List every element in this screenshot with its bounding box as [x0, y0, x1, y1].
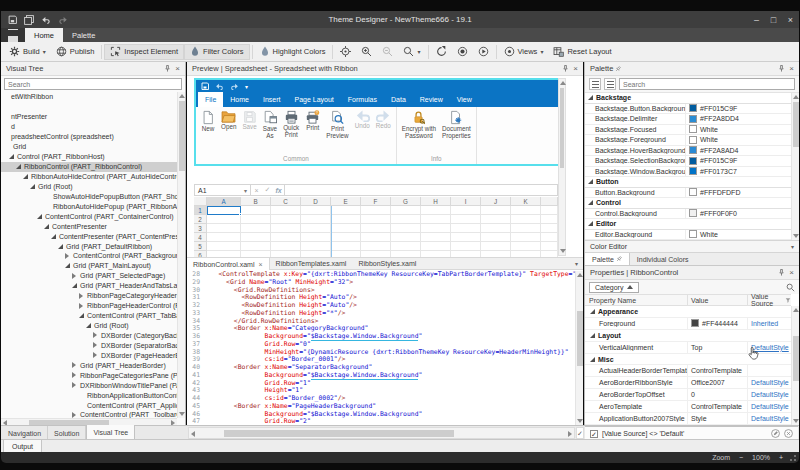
cell[interactable] — [541, 215, 558, 224]
property-group-layout[interactable]: Layout — [585, 330, 792, 342]
tree-item[interactable]: ContentPresenter — [1, 221, 177, 231]
insert-function-button[interactable]: fx — [273, 187, 284, 194]
tree-item[interactable]: RibbonAutoHidePopup (PART_RibbonAutoHide… — [1, 201, 177, 211]
property-row-aeroborderribbonstyle[interactable]: AeroBorderRibbonStyleOffice2007DefaultSt… — [585, 377, 792, 389]
expander-icon[interactable] — [590, 309, 595, 314]
cell[interactable] — [361, 242, 391, 251]
ribbon-button-save[interactable]: Save — [240, 109, 258, 132]
cell[interactable] — [207, 224, 241, 233]
cell[interactable] — [511, 242, 541, 251]
palette-group-button[interactable]: Button — [585, 177, 792, 188]
ribbon-button-open[interactable]: Open — [219, 109, 238, 132]
cell[interactable] — [391, 224, 421, 233]
editor-tab-ribbonstyles-xaml[interactable]: RibbonStyles.xaml — [352, 258, 422, 269]
column-value[interactable]: Value — [687, 295, 747, 305]
palette-color-value[interactable]: #FF015C9F — [685, 156, 792, 166]
palette-group-editor[interactable]: Editor — [585, 219, 792, 230]
tree-item[interactable]: RibbonApplicationButtonControl (PART — [1, 390, 177, 400]
redo-icon[interactable] — [230, 83, 239, 90]
cell[interactable] — [361, 206, 391, 215]
column-property-name[interactable]: Property Name — [585, 297, 687, 304]
cell[interactable] — [451, 215, 481, 224]
scrollbar-vertical[interactable] — [791, 306, 799, 425]
tree-item[interactable]: RibbonPageCategoriesPane (PART_Page — [1, 370, 177, 380]
cell[interactable] — [511, 224, 541, 233]
cell[interactable] — [391, 215, 421, 224]
cell[interactable] — [511, 215, 541, 224]
scrollbar-horizontal[interactable] — [1, 418, 177, 425]
column-header-h[interactable]: H — [421, 197, 451, 206]
spreadsheet-tab-home[interactable]: Home — [223, 92, 256, 107]
cell[interactable] — [421, 206, 451, 215]
spreadsheet-tab-file[interactable]: File — [198, 92, 223, 107]
expander-icon[interactable] — [44, 224, 49, 229]
pin-icon[interactable] — [778, 269, 785, 276]
property-row-foreground[interactable]: Foreground#FF444444Inherited — [585, 318, 792, 330]
tree-item[interactable]: ContentControl (PART_Background) — [1, 251, 177, 261]
expander-icon[interactable] — [590, 357, 595, 362]
cell[interactable] — [541, 206, 558, 215]
expander-icon[interactable] — [588, 221, 593, 226]
expander-icon[interactable] — [588, 179, 593, 184]
column-header-g[interactable]: G — [391, 197, 421, 206]
palette-color-value[interactable]: White — [685, 135, 792, 145]
category-dropdown-button[interactable]: Category — [589, 282, 639, 293]
value-source-link[interactable]: Inherited — [751, 320, 778, 327]
row-header-5[interactable]: 5 — [194, 242, 207, 251]
close-icon[interactable]: × — [175, 64, 180, 73]
zoom-in-button[interactable]: + — [777, 454, 785, 461]
cell[interactable] — [271, 215, 301, 224]
property-group-appearance[interactable]: Appearance — [585, 306, 792, 318]
formula-input[interactable] — [284, 185, 557, 195]
property-row-verticalalignment[interactable]: VerticalAlignmentTopDefaultStyle — [585, 342, 792, 354]
property-value[interactable]: 0 — [687, 389, 747, 400]
spreadsheet-tab-insert[interactable]: Insert — [256, 92, 288, 107]
ribbon-button-redo[interactable]: Redo — [374, 109, 393, 131]
value-source-link[interactable]: DefaultStyle — [751, 403, 789, 410]
search-input[interactable] — [4, 78, 182, 90]
cell[interactable] — [451, 206, 481, 215]
tree-item[interactable]: DXBorder (SeparatorBackground) — [1, 340, 177, 350]
expander-icon[interactable] — [72, 372, 76, 378]
editor-tab-ribbontemplates-xaml[interactable]: RibbonTemplates.xaml — [270, 258, 353, 269]
cell[interactable] — [541, 242, 558, 251]
tree-item[interactable]: Grid — [1, 142, 177, 152]
cell[interactable] — [331, 206, 361, 215]
ribbon-button-encrypt-with-password[interactable]: Encrypt withPassword — [400, 109, 438, 140]
enter-button[interactable]: ✓ — [262, 186, 273, 194]
property-row-applicationbutton2007style[interactable]: ApplicationButton2007StyleStyleDefaultSt… — [585, 413, 792, 425]
ribbon-button-quick-print[interactable]: QuickPrint — [281, 109, 301, 139]
cell[interactable] — [271, 206, 301, 215]
tree-item[interactable]: Control (PART_RibbonHost) — [1, 152, 177, 162]
ribbon-button-print-preview[interactable]: PrintPreview — [324, 109, 350, 140]
cell[interactable] — [481, 215, 511, 224]
expander-icon[interactable] — [93, 342, 97, 348]
spreadsheet-tab-view[interactable]: View — [450, 92, 479, 107]
tree-item[interactable]: RibbonPageHeaderControl (PART_Origi — [1, 301, 177, 311]
toolbar-highlight-colors[interactable]: Highlight Colors — [255, 44, 331, 60]
column-header-f[interactable]: F — [361, 197, 391, 206]
property-value[interactable]: Office2007 — [687, 377, 747, 388]
property-value[interactable]: Style — [687, 413, 747, 424]
property-value[interactable]: #FF444444 — [687, 318, 747, 329]
toolbar-refresh-icon[interactable] — [431, 44, 452, 60]
column-header-a[interactable]: A — [207, 197, 241, 206]
cell[interactable] — [481, 206, 511, 215]
tree-item[interactable]: ntPresenter — [1, 112, 177, 122]
tree-item[interactable]: RibbonAutoHideControl (PART_AutoHideCont… — [1, 172, 177, 182]
cell[interactable] — [207, 233, 241, 242]
spreadsheet-tab-data[interactable]: Data — [384, 92, 413, 107]
toolbar-magnifier-icon[interactable]: ▾ — [398, 44, 425, 60]
menu-tab-palette[interactable]: Palette — [63, 28, 104, 42]
tree-item[interactable]: Grid (PART_MainLayout) — [1, 261, 177, 271]
spreadsheet-tab-page-layout[interactable]: Page Layout — [287, 92, 340, 107]
cell[interactable] — [331, 233, 361, 242]
cell[interactable] — [241, 215, 271, 224]
row-header-1[interactable]: 1 — [194, 206, 207, 215]
property-row-actualheaderbordertemplate[interactable]: ActualHeaderBorderTemplateControlTemplat… — [585, 365, 792, 377]
name-box[interactable]: A1 ▾ — [195, 185, 251, 195]
search-input[interactable] — [619, 78, 795, 90]
palette-color-value[interactable]: White — [685, 125, 792, 135]
expander-icon[interactable] — [9, 154, 14, 159]
xaml-code-editor[interactable]: 28 <ControlTemplate x:Key="{dxrt:RibbonT… — [187, 271, 575, 425]
